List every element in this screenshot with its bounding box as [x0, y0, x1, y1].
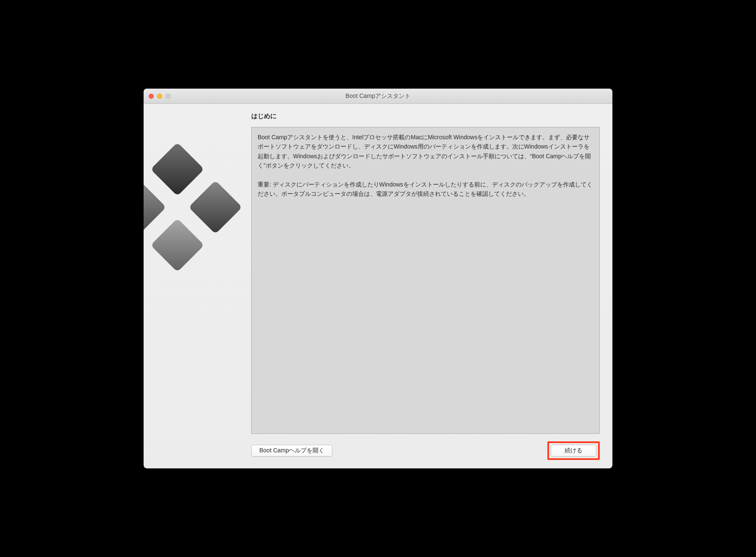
svg-rect-2 [188, 180, 241, 234]
continue-button[interactable]: 続ける [551, 445, 596, 457]
open-help-button[interactable]: Boot Campヘルプを開く [251, 445, 332, 457]
description-paragraph-1: Boot Campアシスタントを使うと、Intelプロセッサ搭載のMacにMic… [258, 132, 593, 170]
continue-highlight: 続ける [547, 441, 600, 460]
description-panel: Boot Campアシスタントを使うと、Intelプロセッサ搭載のMacにMic… [251, 127, 600, 434]
bootcamp-window: Boot Campアシスタント はじめに [144, 89, 612, 468]
zoom-icon [166, 94, 171, 99]
svg-rect-1 [144, 180, 166, 234]
description-paragraph-2: 重要: ディスクにパーティションを作成したりWindowsをインストールしたりす… [258, 180, 593, 199]
minimize-icon[interactable] [157, 94, 162, 99]
content-area: はじめに [144, 104, 612, 468]
svg-rect-3 [150, 218, 204, 270]
traffic-lights [144, 94, 171, 99]
button-row: Boot Campヘルプを開く 続ける [251, 441, 600, 460]
titlebar[interactable]: Boot Campアシスタント [144, 89, 612, 104]
window-title: Boot Campアシスタント [144, 92, 612, 100]
page-heading: はじめに [251, 112, 600, 120]
close-icon[interactable] [149, 94, 154, 99]
svg-rect-0 [150, 144, 204, 196]
bootcamp-logo-icon [144, 144, 241, 270]
